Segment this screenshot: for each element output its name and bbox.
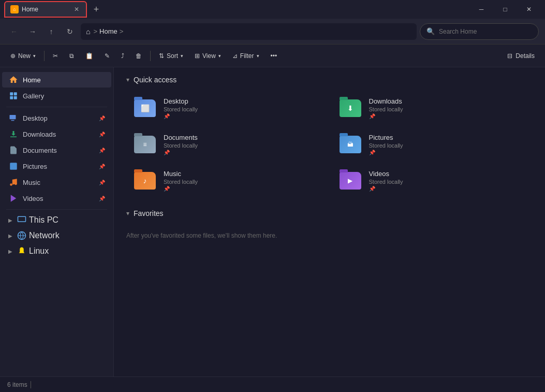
delete-button[interactable]: 🗑	[130, 48, 147, 64]
documents-folder-subtitle: Stored locally	[164, 142, 321, 149]
paste-button[interactable]: 📋	[80, 48, 98, 64]
sidebar-linux-section[interactable]: ▶ Linux	[2, 244, 111, 258]
favorites-header: ▾ Favorites	[126, 209, 533, 217]
sidebar-videos-pin-icon: 📌	[99, 196, 105, 201]
sidebar-item-videos[interactable]: Videos 📌	[2, 191, 111, 206]
path-separator: >	[93, 27, 97, 35]
pictures-folder-shape: 🏔	[340, 136, 361, 153]
music-folder-pin-icon: 📌	[164, 186, 321, 192]
filter-button[interactable]: ⊿ Filter ▾	[227, 48, 264, 64]
sidebar-network-section[interactable]: ▶ Network	[2, 228, 111, 243]
address-path[interactable]: ⌂ > Home >	[81, 23, 417, 40]
documents-folder-shape: ≡	[134, 136, 156, 153]
svg-rect-0	[10, 92, 13, 95]
folder-item-music[interactable]: ♪ Music Stored locally 📌	[126, 165, 328, 197]
view-chevron-icon: ▾	[218, 53, 221, 59]
search-input[interactable]	[439, 28, 532, 35]
folder-item-videos[interactable]: ▶ Videos Stored locally 📌	[332, 165, 533, 197]
sidebar-videos-icon	[8, 193, 19, 204]
desktop-folder-icon-wrap: ⬜	[132, 98, 157, 119]
view-button[interactable]: ⊞ View ▾	[189, 48, 226, 64]
pictures-folder-icon-wrap: 🏔	[338, 134, 363, 155]
filter-chevron-icon: ▾	[257, 53, 259, 59]
sidebar-item-desktop[interactable]: Desktop 📌	[2, 110, 111, 126]
filter-icon: ⊿	[232, 52, 238, 60]
sort-icon: ⇅	[159, 52, 164, 60]
more-button[interactable]: •••	[266, 48, 283, 64]
sort-label: Sort	[167, 52, 178, 60]
rename-button[interactable]: ✎	[99, 48, 115, 64]
path-end-separator: >	[120, 27, 124, 35]
share-button[interactable]: ⤴	[116, 48, 129, 64]
quick-access-collapse-icon[interactable]: ▾	[126, 76, 129, 83]
tab-area: ⌂ Home ✕ +	[4, 0, 469, 19]
share-icon: ⤴	[121, 52, 124, 60]
sidebar-item-gallery[interactable]: Gallery	[2, 88, 111, 104]
documents-folder-icon-wrap: ≡	[132, 134, 157, 155]
up-button[interactable]: ↑	[43, 24, 59, 39]
music-folder-info: Music Stored locally 📌	[164, 170, 321, 192]
network-icon	[17, 230, 27, 241]
maximize-button[interactable]: □	[493, 0, 517, 19]
sidebar-item-home[interactable]: Home	[2, 72, 111, 88]
details-label: Details	[515, 52, 535, 60]
more-icon: •••	[271, 52, 277, 60]
music-folder-shape: ♪	[134, 172, 156, 190]
new-button[interactable]: ⊕ New ▾	[5, 48, 41, 64]
forward-button[interactable]: →	[25, 24, 40, 39]
new-plus-icon: ⊕	[10, 52, 16, 60]
sort-button[interactable]: ⇅ Sort ▾	[154, 48, 188, 64]
copy-button[interactable]: ⧉	[64, 48, 79, 64]
music-folder-icon: ♪	[134, 172, 156, 190]
sidebar-item-documents[interactable]: Documents 📌	[2, 142, 111, 158]
svg-rect-2	[10, 96, 13, 99]
sidebar-item-pictures[interactable]: Pictures 📌	[2, 158, 111, 174]
active-tab[interactable]: ⌂ Home ✕	[4, 1, 87, 18]
details-icon: ⊟	[507, 52, 512, 60]
videos-folder-info: Videos Stored locally 📌	[369, 170, 527, 192]
back-button[interactable]: ←	[6, 24, 22, 39]
details-button[interactable]: ⊟ Details	[502, 48, 540, 64]
status-divider	[31, 381, 31, 388]
sidebar-downloads-pin-icon: 📌	[99, 132, 105, 137]
sidebar-home-label: Home	[23, 76, 105, 84]
folder-item-pictures[interactable]: 🏔 Pictures Stored locally 📌	[332, 128, 533, 161]
sidebar-downloads-label: Downloads	[23, 130, 95, 138]
status-count: 6 items	[7, 381, 27, 388]
address-bar: ← → ↑ ↻ ⌂ > Home > 🔍	[0, 19, 545, 45]
svg-rect-12	[18, 216, 26, 222]
sidebar-item-downloads[interactable]: Downloads 📌	[2, 126, 111, 142]
music-folder-name: Music	[164, 170, 321, 178]
minimize-button[interactable]: ─	[469, 0, 493, 19]
downloads-folder-info: Downloads Stored locally 📌	[369, 97, 527, 119]
documents-folder-info: Documents Stored locally 📌	[164, 134, 321, 155]
folder-item-documents[interactable]: ≡ Documents Stored locally 📌	[126, 128, 328, 161]
favorites-title: Favorites	[134, 209, 164, 217]
downloads-folder-icon: ⬇	[340, 99, 361, 117]
close-button[interactable]: ✕	[517, 0, 541, 19]
thispc-expand-icon: ▶	[6, 216, 14, 224]
search-icon: 🔍	[426, 27, 435, 35]
sidebar-thispc-label: This PC	[29, 215, 58, 225]
folder-item-downloads[interactable]: ⬇ Downloads Stored locally 📌	[332, 92, 533, 124]
rename-icon: ✎	[105, 52, 110, 60]
search-box[interactable]: 🔍	[420, 23, 539, 40]
sidebar-item-music[interactable]: Music 📌	[2, 175, 111, 190]
desktop-folder-info: Desktop Stored locally 📌	[164, 97, 321, 119]
cut-button[interactable]: ✂	[48, 48, 63, 64]
pictures-folder-info: Pictures Stored locally 📌	[369, 134, 527, 155]
sidebar-documents-pin-icon: 📌	[99, 148, 105, 153]
refresh-button[interactable]: ↻	[62, 24, 78, 39]
videos-folder-icon: ▶	[340, 172, 361, 190]
new-tab-button[interactable]: +	[89, 2, 104, 17]
favorites-section: ▾ Favorites After you've favorited some …	[126, 209, 533, 245]
pictures-folder-icon: 🏔	[340, 136, 361, 153]
sidebar-thispc-section[interactable]: ▶ This PC	[2, 213, 111, 227]
folder-item-desktop[interactable]: ⬜ Desktop Stored locally 📌	[126, 92, 328, 124]
tab-close-button[interactable]: ✕	[72, 5, 81, 13]
documents-folder-icon: ≡	[134, 136, 156, 153]
toolbar: ⊕ New ▾ ✂ ⧉ 📋 ✎ ⤴ 🗑 ⇅ Sort ▾ ⊞ View ▾ ⊿ …	[0, 45, 545, 67]
new-chevron-icon: ▾	[33, 53, 36, 59]
favorites-collapse-icon[interactable]: ▾	[126, 210, 129, 217]
sidebar-videos-label: Videos	[23, 195, 95, 202]
